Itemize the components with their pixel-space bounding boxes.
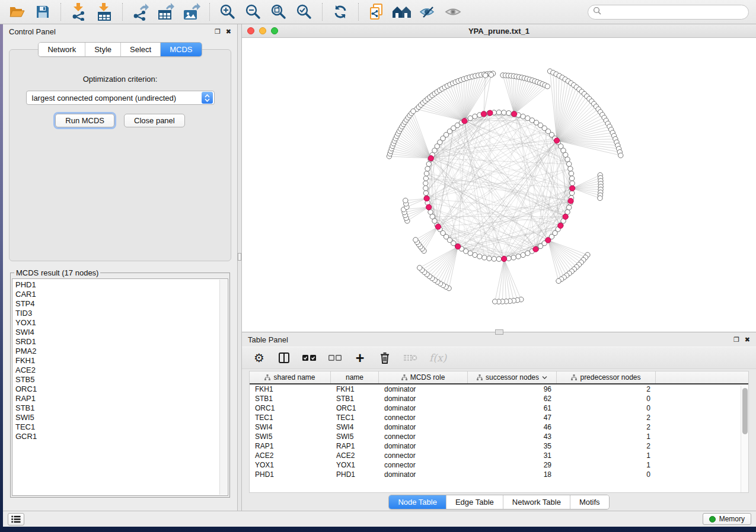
network-canvas[interactable] (242, 38, 756, 332)
control-panel-header: Control Panel ❐ ✖ (3, 24, 237, 39)
table-row[interactable]: PHD1PHD1dominator180 (250, 470, 748, 479)
list-item[interactable]: YOX1 (15, 318, 228, 328)
table-cell: 2 (557, 441, 656, 451)
list-item[interactable]: RAP1 (15, 394, 228, 403)
list-item[interactable]: SWI5 (15, 413, 228, 422)
list-scrollbar[interactable] (219, 280, 227, 495)
refresh-view-icon[interactable] (330, 2, 350, 21)
table-row[interactable]: SWI4SWI4dominator462 (250, 422, 748, 432)
horizontal-splitter-grip[interactable] (495, 329, 503, 335)
list-item[interactable]: PHD1 (15, 280, 228, 290)
memory-button[interactable]: Memory (703, 513, 751, 525)
tab-style[interactable]: Style (85, 43, 120, 56)
list-item[interactable]: GCR1 (15, 432, 228, 441)
tab-node-table[interactable]: Node Table (389, 495, 446, 509)
close-panel-icon[interactable]: ✖ (745, 336, 750, 343)
list-item[interactable]: SWI4 (15, 328, 228, 337)
tab-select[interactable]: Select (120, 43, 160, 56)
list-item[interactable]: PMA2 (15, 347, 228, 356)
network-graph[interactable] (242, 38, 756, 332)
search-input[interactable] (604, 8, 744, 16)
column-header-successor-nodes[interactable]: successor nodes (468, 371, 557, 383)
save-session-icon[interactable] (33, 2, 53, 21)
window-minimize-icon[interactable] (259, 27, 266, 34)
list-item[interactable]: ACE2 (15, 366, 228, 375)
node-table[interactable]: shared namenameMCDS rolesuccessor nodesp… (249, 371, 749, 493)
list-item[interactable]: SRD1 (15, 337, 228, 347)
first-neighbors-icon[interactable] (392, 2, 412, 21)
table-row[interactable]: ORC1ORC1dominator610 (250, 403, 748, 413)
table-row[interactable]: TEC1TEC1connector472 (250, 413, 748, 422)
table-cell: dominator (379, 384, 468, 394)
column-header-shared-name[interactable]: shared name (250, 371, 331, 383)
export-table-icon[interactable] (156, 2, 176, 21)
list-item[interactable]: TID3 (15, 309, 228, 318)
criterion-select[interactable]: largest connected component (undirected) (26, 91, 215, 105)
settings-gear-icon[interactable]: ⚙ (253, 351, 266, 365)
network-titlebar[interactable]: YPA_prune.txt_1 (242, 24, 756, 38)
export-network-icon[interactable] (130, 2, 151, 21)
control-panel-tabbar: NetworkStyleSelectMCDS (38, 42, 202, 57)
vertical-splitter[interactable] (237, 24, 242, 511)
list-item[interactable]: STB5 (15, 375, 228, 384)
zoom-fit-icon[interactable] (269, 2, 289, 21)
table-scrollbar-thumb[interactable] (742, 388, 748, 434)
delete-column-icon[interactable] (378, 351, 391, 365)
run-mcds-button[interactable]: Run MCDS (55, 114, 114, 127)
table-row[interactable]: FKH1FKH1dominator962 (250, 384, 748, 394)
float-panel-icon[interactable]: ❐ (215, 28, 221, 35)
add-column-icon[interactable]: + (353, 351, 366, 365)
table-cell: connector (379, 413, 468, 422)
show-all-eye-icon[interactable] (443, 2, 463, 21)
list-item[interactable]: ORC1 (15, 384, 228, 394)
tab-edge-table[interactable]: Edge Table (446, 495, 503, 509)
tab-mcds[interactable]: MCDS (160, 43, 201, 56)
tab-motifs[interactable]: Motifs (570, 495, 609, 509)
table-cell: YOX1 (250, 460, 331, 470)
table-row[interactable]: ACE2ACE2connector311 (250, 451, 748, 460)
window-maximize-icon[interactable] (271, 27, 278, 34)
import-network-icon[interactable] (69, 2, 89, 21)
import-table-icon[interactable] (94, 2, 114, 21)
zoom-selected-icon[interactable] (294, 2, 314, 21)
memory-status-icon (709, 516, 716, 523)
table-row[interactable]: SWI5SWI5connector431 (250, 432, 748, 441)
table-cell: TEC1 (331, 413, 379, 422)
task-history-button[interactable] (8, 513, 24, 525)
column-header-mcds-role[interactable]: MCDS role (379, 371, 468, 383)
control-panel: Control Panel ❐ ✖ NetworkStyleSelectMCDS… (3, 24, 237, 511)
table-row[interactable]: YOX1YOX1connector291 (250, 460, 748, 470)
list-item[interactable]: FKH1 (15, 356, 228, 366)
table-row[interactable]: RAP1RAP1dominator352 (250, 441, 748, 451)
close-panel-button[interactable]: Close panel (124, 114, 185, 127)
float-panel-icon[interactable]: ❐ (733, 336, 739, 343)
splitter-grip[interactable] (238, 253, 241, 261)
toggle-column-panel-icon[interactable] (277, 351, 291, 365)
window-close-icon[interactable] (247, 27, 254, 34)
open-session-icon[interactable] (7, 2, 27, 21)
duplicate-network-icon[interactable] (366, 2, 387, 21)
function-builder-icon: f(x) (429, 351, 446, 365)
table-scrollbar[interactable] (741, 386, 748, 492)
table-cell: PHD1 (250, 470, 331, 479)
search-field[interactable] (588, 5, 749, 20)
list-item[interactable]: STB1 (15, 403, 228, 413)
hide-selected-eye-icon[interactable] (417, 2, 438, 21)
deselect-all-checkboxes-icon[interactable] (328, 351, 342, 365)
table-row[interactable]: STB1STB1dominator620 (250, 394, 748, 403)
tab-network[interactable]: Network (39, 43, 85, 56)
mcds-result-list[interactable]: PHD1CAR1STP4TID3YOX1SWI4SRD1PMA2FKH1ACE2… (12, 278, 228, 496)
list-item[interactable]: CAR1 (15, 290, 228, 299)
close-panel-icon[interactable]: ✖ (226, 28, 231, 35)
column-header-name[interactable]: name (331, 371, 379, 383)
column-header-predecessor-nodes[interactable]: predecessor nodes (557, 371, 656, 383)
select-all-checkboxes-icon[interactable] (302, 351, 317, 365)
list-item[interactable]: TEC1 (15, 422, 228, 432)
tab-network-table[interactable]: Network Table (503, 495, 570, 509)
status-bar: Memory (3, 511, 756, 527)
zoom-in-icon[interactable] (218, 2, 238, 21)
list-item[interactable]: STP4 (15, 299, 228, 309)
table-cell: ORC1 (250, 403, 331, 413)
zoom-out-icon[interactable] (243, 2, 263, 21)
export-image-icon[interactable] (181, 2, 202, 21)
